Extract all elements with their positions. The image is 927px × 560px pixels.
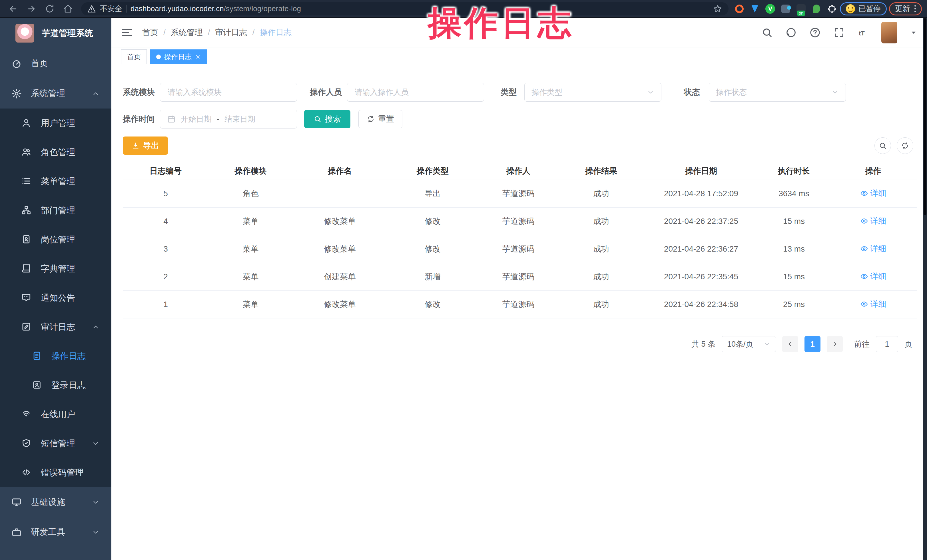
sidebar-item-home[interactable]: 首页 [0, 49, 111, 79]
close-icon[interactable] [195, 54, 201, 60]
reset-button[interactable]: 重置 [359, 110, 403, 128]
sidebar-item-online-users[interactable]: 在线用户 [0, 400, 111, 429]
table-row: 4 菜单 修改菜单 修改 芋道源码 成功 2021-04-26 22:37:25… [123, 208, 917, 235]
detail-link[interactable]: 详细 [860, 271, 886, 282]
goto-page-input[interactable] [876, 336, 898, 352]
page-size-select[interactable]: 10条/页 [722, 336, 776, 352]
home-button[interactable] [60, 2, 76, 15]
profile-paused-chip[interactable]: 已暂停 [840, 2, 887, 15]
chevron-down-icon [647, 88, 654, 96]
back-button[interactable] [5, 2, 21, 15]
sidebar-item-roles[interactable]: 角色管理 [0, 138, 111, 167]
sidebar-item-login-log[interactable]: 登录日志 [0, 371, 111, 400]
export-button[interactable]: 导出 [123, 137, 168, 155]
end-date-placeholder[interactable]: 结束日期 [225, 114, 255, 124]
operate-log-table: 日志编号 操作模块 操作名 操作类型 操作人 操作结果 操作日期 执行时长 操作… [123, 162, 917, 319]
sidebar-item-audit-log[interactable]: 审计日志 [0, 313, 111, 341]
book-icon [21, 264, 32, 274]
sidebar-item-error-codes[interactable]: 错误码管理 [0, 458, 111, 487]
page-url[interactable]: dashboard.yudao.iocoder.cn/system/log/op… [131, 4, 301, 13]
prev-page-button[interactable] [782, 336, 798, 352]
sidebar-item-notices[interactable]: 通知公告 [0, 283, 111, 313]
app-logo [15, 24, 34, 42]
detail-link[interactable]: 详细 [860, 299, 886, 310]
edit-square-icon [21, 322, 32, 332]
sidebar-collapse-icon[interactable] [121, 27, 133, 39]
search-button[interactable]: 搜索 [304, 110, 350, 128]
browser-menu-icon[interactable] [915, 5, 916, 12]
sidebar-item-posts[interactable]: 岗位管理 [0, 225, 111, 254]
svg-text:tT: tT [859, 30, 865, 37]
address-bar[interactable]: 不安全 dashboard.yudao.iocoder.cn/system/lo… [81, 2, 728, 15]
breadcrumb-system[interactable]: 系统管理 [171, 27, 203, 38]
forward-button[interactable] [23, 2, 40, 15]
extension-leaf-icon[interactable] [811, 3, 822, 15]
warning-icon [87, 5, 96, 13]
security-label[interactable]: 不安全 [100, 4, 122, 14]
detail-link[interactable]: 详细 [860, 243, 886, 254]
page-scrollbar[interactable] [923, 18, 927, 560]
tab-home[interactable]: 首页 [121, 49, 147, 64]
user-icon [21, 118, 32, 128]
total-count: 共 5 条 [691, 339, 716, 349]
dashboard-icon [11, 59, 22, 69]
status-select[interactable]: 操作状态 [709, 83, 846, 102]
gear-icon [11, 88, 22, 99]
user-avatar[interactable] [881, 22, 897, 43]
font-size-icon[interactable]: tT [857, 27, 869, 38]
sidebar-item-operate-log[interactable]: 操作日志 [0, 341, 111, 371]
sitemap-icon [21, 205, 32, 216]
browser-update-button[interactable]: 更新 [889, 2, 922, 15]
breadcrumb-home[interactable]: 首页 [142, 27, 158, 38]
sidebar-item-departments[interactable]: 部门管理 [0, 196, 111, 225]
scrollbar-thumb[interactable] [924, 18, 926, 216]
app-logo-row[interactable]: 芋道管理系统 [0, 18, 111, 49]
caret-down-icon[interactable] [910, 29, 917, 36]
next-page-button[interactable] [827, 336, 843, 352]
type-label: 类型 [501, 87, 521, 98]
github-icon[interactable] [785, 27, 797, 38]
sidebar-item-menus[interactable]: 菜单管理 [0, 167, 111, 196]
help-icon[interactable] [809, 27, 821, 38]
detail-link[interactable]: 详细 [860, 216, 886, 226]
bookmark-star-icon[interactable] [713, 2, 722, 15]
eye-icon [860, 245, 868, 253]
start-date-placeholder[interactable]: 开始日期 [181, 114, 211, 124]
chevron-up-icon [92, 90, 99, 97]
sidebar-item-sms[interactable]: 短信管理 [0, 429, 111, 458]
extension-on-icon[interactable]: on [795, 3, 807, 15]
monitor-icon [11, 497, 22, 507]
breadcrumb-audit[interactable]: 审计日志 [215, 27, 247, 38]
sidebar-item-users[interactable]: 用户管理 [0, 109, 111, 138]
tab-operate-log[interactable]: 操作日志 [150, 49, 207, 64]
header-search-icon[interactable] [761, 27, 773, 38]
reload-button[interactable] [42, 2, 58, 15]
refresh-table-button[interactable] [897, 137, 913, 154]
extension-v-icon[interactable]: V [764, 3, 776, 15]
extension-pin-icon[interactable] [749, 3, 760, 15]
module-input[interactable] [167, 88, 290, 97]
toggle-search-button[interactable] [874, 137, 891, 154]
operator-input[interactable] [354, 88, 477, 97]
sidebar-item-system[interactable]: 系统管理 [0, 79, 111, 109]
table-row: 5 角色 导出 芋道源码 成功 2021-04-28 17:52:09 3634… [123, 180, 917, 208]
eye-icon [860, 272, 868, 281]
extension-orange-icon[interactable] [734, 3, 745, 15]
sidebar-item-dev-tools[interactable]: 研发工具 [0, 517, 111, 547]
extensions-puzzle-icon[interactable] [826, 3, 837, 15]
detail-link[interactable]: 详细 [860, 188, 886, 199]
date-range-picker[interactable]: 开始日期 - 结束日期 [160, 110, 297, 129]
eye-icon [860, 189, 868, 197]
sidebar-item-dicts[interactable]: 字典管理 [0, 254, 111, 283]
extension-slate-icon[interactable] [780, 3, 791, 15]
sidebar-item-infrastructure[interactable]: 基础设施 [0, 487, 111, 517]
code-icon [21, 467, 32, 478]
system-submenu: 用户管理 角色管理 菜单管理 部门管理 岗位管理 字典管理 [0, 109, 111, 487]
paused-label: 已暂停 [859, 4, 881, 14]
login-log-icon [32, 380, 42, 390]
fullscreen-icon[interactable] [833, 27, 845, 38]
id-badge-icon [21, 234, 32, 245]
page-number-button[interactable]: 1 [804, 336, 821, 352]
type-select[interactable]: 操作类型 [524, 83, 661, 102]
list-icon [21, 176, 32, 187]
